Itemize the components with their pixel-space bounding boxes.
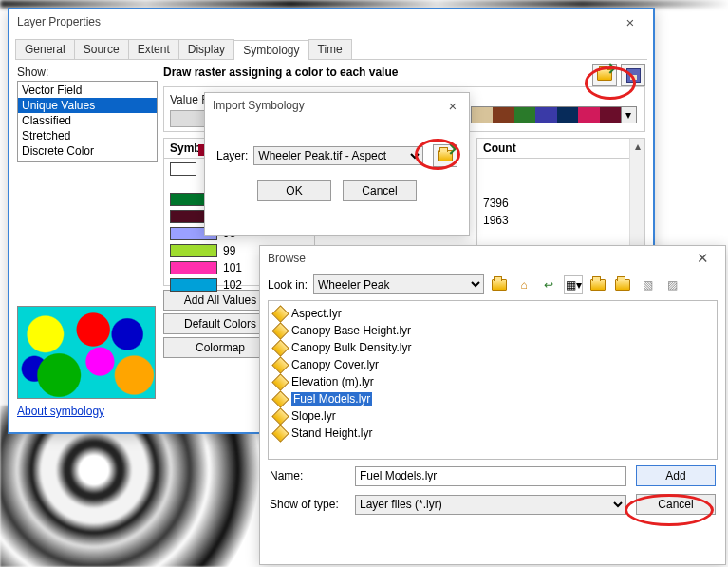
show-item-vector-field[interactable]: Vector Field [18,83,157,98]
lookin-combo[interactable]: Wheeler Peak [313,274,484,294]
cancel-button[interactable]: Cancel [636,494,716,515]
file-name: Stand Height.lyr [291,426,372,440]
type-label: Show of type: [270,498,345,511]
delete-button[interactable]: ▨ [663,275,681,294]
file-item[interactable]: Stand Height.lyr [274,425,711,442]
count-header: Count [477,139,644,159]
name-input[interactable] [355,466,626,486]
up-one-level-button[interactable] [490,275,509,294]
browse-layer-button[interactable] [433,144,457,167]
layer-properties-title: Layer Properties [17,15,613,28]
tab-extent[interactable]: Extent [128,39,179,59]
show-item-discrete-color[interactable]: Discrete Color [18,143,157,159]
file-name: Fuel Models.lyr [291,392,372,406]
back-button[interactable]: ↩ [539,275,558,294]
about-symbology-link[interactable]: About symbology [17,405,158,418]
tab-symbology[interactable]: Symbology [233,40,308,60]
connect-folder-button[interactable] [613,275,632,294]
file-name: Slope.lyr [291,409,336,423]
view-menu-button[interactable]: ▦▾ [564,275,583,294]
disconnect-folder-button[interactable]: ▧ [638,275,657,294]
file-name: Elevation (m).lyr [291,375,374,388]
import-symbology-title: Import Symbology [213,99,442,112]
file-item[interactable]: Canopy Cover.lyr [274,356,711,373]
draw-heading: Draw raster assigning a color to each va… [163,66,588,79]
folder-new-icon [590,279,606,291]
type-combo[interactable]: Layer files (*.lyr) [355,495,626,515]
name-label: Name: [270,469,345,482]
layer-file-icon [271,373,289,390]
folder-icon [615,279,630,291]
layer-label: Layer: [216,149,248,162]
show-label: Show: [17,66,158,79]
file-item[interactable]: Elevation (m).lyr [274,373,711,390]
tab-source[interactable]: Source [74,39,129,59]
chevron-down-icon: ▾ [621,107,636,123]
symbology-preview [17,306,156,399]
layer-file-icon [271,322,289,339]
save-icon [626,68,641,83]
file-name: Canopy Bulk Density.lyr [291,341,412,354]
layer-file-icon [271,356,289,373]
home-button[interactable]: ⌂ [514,275,533,294]
layer-combo[interactable]: Wheeler Peak.tif - Aspect [253,146,423,165]
cancel-button[interactable]: Cancel [343,180,417,201]
import-symbology-button[interactable] [592,64,617,86]
folder-import-icon [438,150,453,161]
lookin-label: Look in: [268,278,308,292]
browse-dialog: Browse ✕ Look in: Wheeler Peak ⌂ ↩ ▦▾ ▧ … [259,245,726,565]
file-item[interactable]: Fuel Models.lyr [274,390,711,407]
file-name: Canopy Cover.lyr [291,358,379,371]
folder-import-icon [597,69,612,81]
layer-file-icon [271,339,289,356]
layer-properties-titlebar[interactable]: Layer Properties × [9,9,653,34]
file-item[interactable]: Aspect.lyr [274,305,711,322]
add-button[interactable]: Add [636,465,716,486]
tab-display[interactable]: Display [178,39,234,59]
file-name: Aspect.lyr [291,307,342,320]
close-icon[interactable]: × [613,14,647,30]
tab-time[interactable]: Time [308,39,352,59]
layer-file-icon [271,407,289,425]
file-item[interactable]: Canopy Base Height.lyr [274,322,711,339]
close-icon[interactable]: ✕ [685,250,719,267]
close-icon[interactable]: × [442,98,463,114]
show-item-stretched[interactable]: Stretched [18,128,157,143]
file-item[interactable]: Slope.lyr [274,407,711,425]
tab-general[interactable]: General [15,39,75,59]
layer-properties-tabs: General Source Extent Display Symbology … [15,39,647,60]
import-symbology-dialog: Import Symbology × Layer: Wheeler Peak.t… [204,92,470,236]
show-listbox[interactable]: Vector Field Unique Values Classified St… [17,81,158,162]
save-symbology-button[interactable] [621,64,645,86]
file-list[interactable]: Aspect.lyrCanopy Base Height.lyrCanopy B… [268,300,718,460]
layer-file-icon [271,390,289,407]
folder-up-icon [492,279,507,291]
file-item[interactable]: Canopy Bulk Density.lyr [274,339,711,356]
layer-file-icon [271,425,289,442]
file-name: Canopy Base Height.lyr [291,324,411,337]
show-item-classified[interactable]: Classified [18,113,157,128]
show-item-unique-values[interactable]: Unique Values [18,98,157,113]
browse-title: Browse [268,252,685,265]
new-folder-button[interactable] [588,275,607,294]
color-scheme-dropdown[interactable]: ▾ [471,106,637,123]
ok-button[interactable]: OK [257,180,331,201]
layer-file-icon [271,305,289,322]
